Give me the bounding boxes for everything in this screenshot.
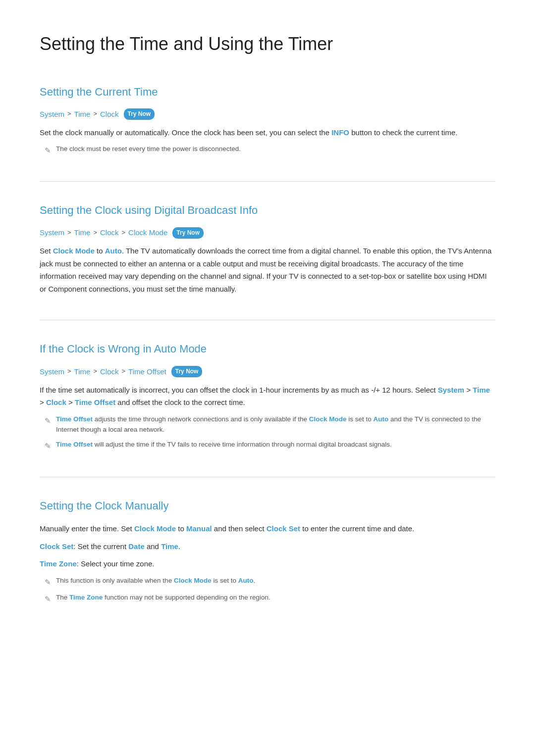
time-highlight-4: Time	[161, 542, 178, 551]
section-setting-current-time: Setting the Current Time System > Time >…	[40, 83, 495, 157]
breadcrumb-sep-2c: >	[122, 228, 126, 238]
note-icon-4-2: ✎	[45, 593, 51, 605]
note-text-4-1: This function is only available when the…	[56, 575, 255, 586]
clockmode-note-highlight-4-1: Clock Mode	[174, 577, 212, 584]
timeoffset-note-highlight-3-1: Time Offset	[56, 415, 93, 423]
breadcrumb-timeoffset-3: Time Offset	[128, 366, 166, 378]
section-title-4: Setting the Clock Manually	[40, 497, 495, 514]
date-highlight-4: Date	[128, 542, 145, 551]
section-title-2: Setting the Clock using Digital Broadcas…	[40, 202, 495, 219]
breadcrumb-time-2: Time	[74, 227, 91, 239]
section-clock-wrong: If the Clock is Wrong in Auto Mode Syste…	[40, 340, 495, 452]
breadcrumb-sep-1a: >	[67, 109, 71, 119]
note-text-3-2: Time Offset will adjust the time if the …	[56, 439, 392, 450]
note-icon-3-2: ✎	[45, 440, 51, 452]
breadcrumb-clock-1: Clock	[100, 108, 119, 120]
note-icon-4-1: ✎	[45, 576, 51, 588]
note-3-2: ✎ Time Offset will adjust the time if th…	[45, 439, 495, 452]
note-icon-1-1: ✎	[45, 145, 51, 156]
divider-2	[40, 320, 495, 320]
breadcrumb-time-3: Time	[74, 366, 91, 378]
breadcrumb-system-1: System	[40, 108, 64, 120]
timezone-label: Time Zone	[40, 559, 77, 568]
note-3-1: ✎ Time Offset adjusts the time through n…	[45, 414, 495, 435]
system-highlight-3: System	[438, 386, 464, 394]
breadcrumb-time-1: Time	[74, 108, 91, 120]
clock-highlight-3: Clock	[46, 398, 66, 406]
clockset-label: Clock Set	[40, 542, 73, 551]
try-now-badge-2[interactable]: Try Now	[172, 227, 204, 239]
section-clock-manual: Setting the Clock Manually Manually ente…	[40, 497, 495, 605]
breadcrumb-sep-3b: >	[93, 366, 97, 377]
breadcrumb-sep-2a: >	[67, 228, 71, 238]
section-title-3: If the Clock is Wrong in Auto Mode	[40, 340, 495, 357]
breadcrumb-clock-3: Clock	[100, 366, 119, 378]
body-text-3: If the time set automatically is incorre…	[40, 384, 495, 409]
note-text-3-1: Time Offset adjusts the time through net…	[56, 414, 495, 435]
breadcrumb-2: System > Time > Clock > Clock Mode Try N…	[40, 227, 495, 239]
clockmode-highlight-2: Clock Mode	[53, 247, 95, 255]
divider-1	[40, 181, 495, 182]
breadcrumb-sep-1b: >	[93, 109, 97, 119]
auto-note-highlight-3-1: Auto	[374, 415, 389, 423]
breadcrumb-sep-2b: >	[93, 228, 97, 238]
clockset-highlight-4: Clock Set	[267, 524, 300, 533]
try-now-badge-1[interactable]: Try Now	[124, 108, 155, 120]
timeoffset-note-highlight-3-2: Time Offset	[56, 441, 93, 448]
timezone-line: Time Zone: Select your time zone.	[40, 557, 495, 570]
breadcrumb-system-2: System	[40, 227, 64, 239]
note-icon-3-1: ✎	[45, 415, 51, 427]
breadcrumb-sep-3c: >	[122, 366, 126, 377]
info-highlight: INFO	[331, 128, 349, 137]
breadcrumb-sep-3a: >	[67, 366, 71, 377]
section-clock-digital: Setting the Clock using Digital Broadcas…	[40, 202, 495, 295]
timeoffset-highlight-3: Time Offset	[75, 398, 115, 406]
body-text-4: Manually enter the time. Set Clock Mode …	[40, 522, 495, 535]
note-4-1: ✎ This function is only available when t…	[45, 575, 495, 588]
breadcrumb-1: System > Time > Clock Try Now	[40, 108, 495, 120]
time-highlight-3: Time	[473, 386, 490, 394]
page-title: Setting the Time and Using the Timer	[40, 30, 495, 58]
breadcrumb-system-3: System	[40, 366, 64, 378]
timezone-note-highlight-4-2: Time Zone	[69, 594, 103, 601]
try-now-badge-3[interactable]: Try Now	[171, 366, 203, 377]
auto-highlight-2: Auto	[105, 247, 122, 255]
clockmode-note-highlight-3-1: Clock Mode	[309, 415, 347, 423]
breadcrumb-clock-2: Clock	[100, 227, 119, 239]
note-text-4-2: The Time Zone function may not be suppor…	[56, 592, 270, 603]
section-title-1: Setting the Current Time	[40, 83, 495, 101]
manual-highlight-4: Manual	[186, 524, 212, 533]
divider-3	[40, 477, 495, 477]
auto-note-highlight-4-1: Auto	[238, 577, 254, 584]
breadcrumb-clockmode-2: Clock Mode	[128, 227, 167, 239]
breadcrumb-3: System > Time > Clock > Time Offset Try …	[40, 366, 495, 378]
clockmode-highlight-4: Clock Mode	[134, 524, 176, 533]
note-1-1: ✎ The clock must be reset every time the…	[45, 144, 495, 156]
body-text-1: Set the clock manually or automatically.…	[40, 126, 495, 139]
body-text-2: Set Clock Mode to Auto. The TV automatic…	[40, 245, 495, 295]
clockset-line: Clock Set: Set the current Date and Time…	[40, 540, 495, 553]
note-4-2: ✎ The Time Zone function may not be supp…	[45, 592, 495, 605]
note-text-1-1: The clock must be reset every time the p…	[56, 144, 241, 154]
